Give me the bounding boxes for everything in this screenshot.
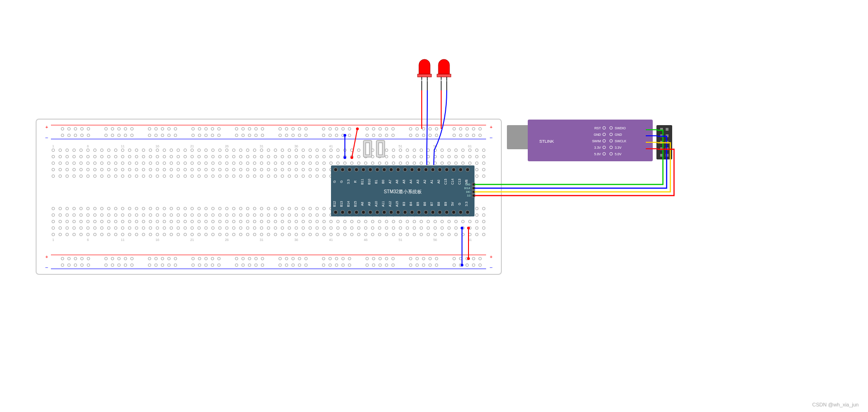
stlink-label: STLINK: [539, 139, 554, 144]
svg-text:B5: B5: [416, 202, 419, 206]
svg-text:5.0V: 5.0V: [615, 152, 622, 156]
svg-point-878: [362, 168, 365, 171]
svg-text:A10: A10: [375, 201, 378, 207]
svg-text:56: 56: [433, 238, 437, 241]
svg-point-886: [389, 168, 393, 171]
svg-text:26: 26: [225, 238, 229, 241]
svg-text:C15: C15: [444, 178, 447, 184]
svg-point-976: [461, 227, 463, 229]
svg-text:A0: A0: [437, 180, 440, 184]
svg-text:16: 16: [156, 238, 159, 241]
svg-text:1: 1: [52, 145, 54, 148]
svg-text:61: 61: [468, 145, 472, 148]
svg-point-904: [452, 168, 456, 171]
svg-text:B15: B15: [354, 201, 357, 207]
svg-text:B0: B0: [381, 180, 385, 184]
svg-text:G: G: [333, 180, 336, 183]
svg-point-946: [459, 210, 462, 214]
svg-text:51: 51: [399, 145, 402, 148]
led-1: + –: [418, 59, 431, 90]
stlink: STLINK RSTSWDIOGNDGNDSWIMSWCLK3.3V3.3V5.…: [507, 120, 653, 161]
svg-point-972: [343, 134, 346, 137]
button-1: [363, 140, 372, 157]
watermark: CSDN @wh_xia_jun: [812, 402, 859, 407]
svg-text:A7: A7: [388, 180, 392, 184]
svg-text:A15: A15: [395, 201, 399, 207]
svg-text:46: 46: [364, 238, 368, 241]
svg-point-908: [466, 168, 469, 171]
svg-text:B4: B4: [409, 202, 412, 206]
svg-text:3.3: 3.3: [465, 202, 468, 206]
svg-text:11: 11: [121, 145, 125, 148]
svg-text:A5: A5: [402, 180, 406, 184]
svg-text:5.0V: 5.0V: [594, 152, 601, 156]
svg-point-978: [467, 227, 470, 229]
svg-text:A9: A9: [368, 202, 371, 206]
svg-text:A3: A3: [416, 180, 419, 184]
svg-text:GND: GND: [465, 183, 471, 186]
svg-text:31: 31: [260, 238, 263, 241]
svg-point-936: [424, 210, 428, 214]
svg-point-882: [375, 168, 379, 171]
svg-text:16: 16: [156, 145, 159, 148]
svg-point-916: [355, 210, 358, 214]
svg-point-896: [424, 168, 428, 171]
svg-text:+: +: [490, 254, 493, 260]
svg-text:SWDIO: SWDIO: [615, 127, 626, 130]
svg-text:36: 36: [294, 238, 298, 241]
svg-text:41: 41: [329, 238, 333, 241]
svg-text:B6: B6: [423, 202, 426, 206]
svg-text:B12: B12: [333, 201, 336, 207]
svg-point-975: [350, 156, 353, 159]
svg-text:R: R: [354, 180, 357, 183]
svg-text:51: 51: [399, 238, 402, 241]
svg-text:GND: GND: [593, 133, 601, 136]
svg-text:3.3: 3.3: [347, 179, 350, 184]
svg-text:–: –: [45, 135, 48, 140]
svg-text:+: +: [45, 254, 48, 260]
svg-point-912: [341, 210, 344, 214]
svg-text:G: G: [458, 203, 461, 205]
svg-text:C14: C14: [451, 178, 454, 184]
svg-text:+: +: [45, 125, 48, 130]
svg-text:DCLK: DCLK: [464, 187, 471, 190]
svg-text:–: –: [45, 265, 48, 270]
svg-text:+: +: [490, 125, 493, 130]
svg-point-900: [438, 168, 442, 171]
wire-led1-cathode: [427, 90, 427, 165]
svg-point-977: [461, 264, 463, 266]
svg-text:B11: B11: [361, 179, 364, 185]
led-2: + –: [437, 59, 451, 90]
svg-point-942: [445, 210, 449, 214]
svg-rect-967: [437, 74, 451, 77]
svg-text:5V: 5V: [451, 202, 454, 206]
svg-text:A1: A1: [430, 180, 433, 184]
svg-point-876: [355, 168, 358, 171]
svg-point-940: [438, 210, 442, 214]
svg-point-890: [403, 168, 407, 171]
svg-text:–: –: [490, 265, 493, 270]
svg-point-888: [396, 168, 400, 171]
svg-text:B3: B3: [402, 202, 406, 206]
svg-point-930: [403, 210, 407, 214]
svg-text:21: 21: [190, 238, 194, 241]
svg-point-932: [410, 210, 414, 214]
svg-text:B1: B1: [375, 180, 378, 184]
svg-text:A8: A8: [361, 202, 364, 206]
svg-text:A4: A4: [409, 180, 412, 184]
stm32-label: STM32最小系统板: [384, 189, 422, 194]
svg-point-918: [362, 210, 365, 214]
svg-text:B8: B8: [437, 202, 440, 206]
svg-text:36: 36: [294, 145, 298, 148]
svg-point-898: [431, 168, 435, 171]
svg-text:21: 21: [190, 145, 194, 148]
svg-point-934: [417, 210, 421, 214]
svg-point-926: [389, 210, 393, 214]
svg-text:3.3V: 3.3V: [615, 146, 622, 149]
svg-point-914: [348, 210, 351, 214]
svg-point-938: [431, 210, 435, 214]
svg-point-880: [368, 168, 372, 171]
svg-text:6: 6: [87, 238, 89, 241]
svg-text:G: G: [340, 180, 343, 183]
svg-point-892: [410, 168, 414, 171]
